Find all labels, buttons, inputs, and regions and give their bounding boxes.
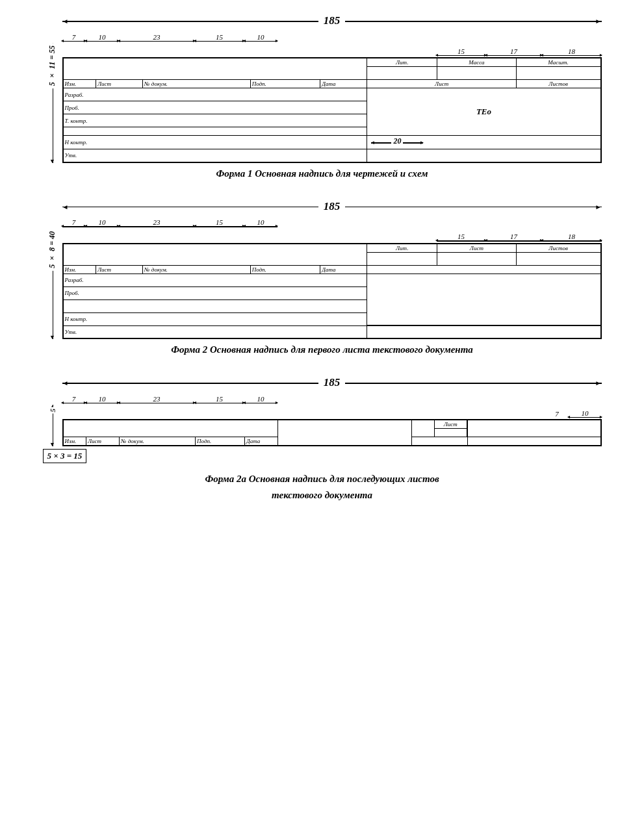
rsubdim-17: 17 bbox=[486, 48, 542, 57]
form2a-main-block: ▲ 5 ▼ 7 10 bbox=[43, 405, 602, 446]
f2-subdim-15: 15 bbox=[195, 219, 244, 227]
cell-list-label: Лист bbox=[367, 80, 516, 88]
form2-side-label: 5 × 8 = 40 bbox=[47, 229, 57, 271]
form1-main-block: ▲ 5 × 11 = 55 ▼ 15 17 bbox=[43, 43, 602, 163]
form2a-side-dim: ▲ 5 ▼ bbox=[43, 405, 62, 446]
f2-subdim-23: 23 bbox=[119, 219, 195, 227]
side-arr-bot: ▼ bbox=[49, 158, 55, 164]
table-row: Изм. Лист № докум. Подп. Дата Лист Листо… bbox=[63, 80, 601, 88]
form2-side-dim: ▲ 5 × 8 = 40 ▼ bbox=[43, 229, 62, 340]
form2a-table-area: 7 10 bbox=[62, 405, 602, 446]
f2-arrow-right-icon: ► bbox=[595, 203, 602, 210]
form1-top-dim-label: 185 bbox=[318, 14, 346, 27]
form2a-caption: Форма 2а Основная надпись для последующи… bbox=[205, 468, 439, 501]
f2-subdim-10: 10 bbox=[86, 219, 119, 227]
arrow-left-icon: ◄ bbox=[62, 18, 69, 25]
form2a-table: Лист Изм. Лист № докум. Подп. Дата bbox=[62, 419, 602, 446]
form1-side-dim: ▲ 5 × 11 = 55 ▼ bbox=[43, 43, 62, 163]
form1-drawing: ◄ 185 ► 7 10 23 bbox=[43, 13, 602, 163]
form2-top-dim: ◄ 185 ► bbox=[62, 199, 602, 214]
cell-podp: Подп. bbox=[250, 80, 320, 88]
subdim-7: 7 bbox=[62, 34, 86, 42]
cell-izm: Изм. bbox=[63, 80, 96, 88]
rsubdim-15-line bbox=[437, 55, 486, 57]
subdim-10b-line bbox=[244, 41, 277, 42]
form2-section: ◄ 185 ► 7 10 23 15 bbox=[23, 199, 621, 356]
form2-top-dim-label: 185 bbox=[318, 200, 346, 213]
form1-right-subdims: 15 17 18 bbox=[62, 43, 602, 56]
rsubdim-15: 15 bbox=[437, 48, 486, 57]
form2-drawing: ◄ 185 ► 7 10 23 15 bbox=[43, 199, 602, 340]
cell-massa-label: Масса bbox=[437, 58, 517, 67]
form2a-top-dim-label: 185 bbox=[318, 376, 346, 389]
form1-section: ◄ 185 ► 7 10 23 bbox=[23, 13, 621, 179]
subdim-15: 15 bbox=[195, 34, 244, 42]
cell-data: Дата bbox=[320, 80, 367, 88]
subdim-23-line bbox=[119, 41, 195, 42]
form2a-section: ◄ 185 ► 7 10 23 15 bbox=[23, 375, 621, 501]
cell-lit-label: Лит. bbox=[367, 58, 437, 67]
form2a-caption-line2: текстового документа bbox=[205, 490, 439, 501]
cell-nkontr: Н контр. bbox=[63, 136, 367, 149]
f2-arrow-left-icon: ◄ bbox=[62, 203, 69, 210]
subdim-10: 10 bbox=[86, 34, 119, 42]
subdim-10-line bbox=[86, 41, 119, 42]
form2a-right-subdims: 7 10 bbox=[62, 405, 602, 418]
rsubdim-17-line bbox=[486, 55, 542, 57]
subdim-7-line bbox=[62, 41, 86, 42]
subdim-10b: 10 bbox=[244, 34, 277, 42]
cell-20-dim: 20 ◄ ► bbox=[367, 136, 601, 149]
table-row: Изм. Лист № докум. Подп. Дата bbox=[63, 265, 601, 274]
form1-subdims: 7 10 23 15 bbox=[62, 29, 602, 42]
cell-teo: ТЕо bbox=[367, 88, 601, 136]
form2-subdims: 7 10 23 15 10 bbox=[62, 214, 602, 227]
rsubdim-18-line bbox=[542, 55, 602, 57]
cell-razrab: Разраб. bbox=[63, 88, 367, 101]
table-row: Утв. bbox=[63, 325, 601, 338]
table-row: Утв. bbox=[63, 149, 601, 162]
f2-subdim-10b: 10 bbox=[244, 219, 277, 227]
cell-tkontr: Т. контр. bbox=[63, 114, 367, 127]
f2-cell-lit: Лит. bbox=[367, 244, 437, 253]
form2-caption: Форма 2 Основная надпись для первого лис… bbox=[171, 344, 473, 355]
subdim-15-line bbox=[195, 41, 244, 42]
table-row: Лит. Масса Масшт. bbox=[63, 58, 601, 67]
form2a-bottom-dim: 5 × 3 = 15 bbox=[43, 449, 602, 463]
form2a-drawing: ◄ 185 ► 7 10 23 15 bbox=[43, 375, 602, 463]
arrow-right-icon: ► bbox=[595, 18, 602, 25]
cell-masshtab-label: Масшт. bbox=[516, 58, 600, 67]
f2-cell-list: Лист bbox=[437, 244, 517, 253]
form2a-caption-line1: Форма 2а Основная надпись для последующи… bbox=[205, 474, 439, 485]
cell-prob: Проб. bbox=[63, 101, 367, 114]
form2-table-area: 15 17 18 bbox=[62, 229, 602, 340]
subdim-23: 23 bbox=[119, 34, 195, 42]
table-row: Лит. Лист Листов bbox=[63, 244, 601, 253]
form1-caption: Форма 1 Основная надпись для чертежей и … bbox=[216, 168, 428, 179]
table-row: Лист bbox=[63, 420, 601, 429]
f2-cell-listov: Листов bbox=[516, 244, 600, 253]
form2a-top-dim: ◄ 185 ► bbox=[62, 375, 602, 390]
cell-listov-label: Листов bbox=[516, 80, 600, 88]
f2-subdim-7: 7 bbox=[62, 219, 86, 227]
table-row: Н контр. 20 ◄ ► bbox=[63, 136, 601, 149]
form2-right-subdims: 15 17 18 bbox=[62, 229, 602, 242]
form1-table-area: 15 17 18 bbox=[62, 43, 602, 163]
table-row: Разраб. ТЕо bbox=[63, 88, 601, 101]
cell-utv: Утв. bbox=[63, 149, 367, 162]
form1-table: Лит. Масса Масшт. Изм. Лист bbox=[62, 57, 602, 163]
f2a-cell-list-label: Лист bbox=[434, 420, 467, 429]
form1-side-label: 5 × 11 = 55 bbox=[47, 43, 57, 88]
form2a-subdims: 7 10 23 15 10 bbox=[62, 390, 602, 403]
table-row: Разраб. bbox=[63, 274, 601, 286]
cell-ndokum: № докум. bbox=[143, 80, 251, 88]
form2a-side-label: 5 bbox=[49, 407, 57, 414]
form1-top-dim: ◄ 185 ► bbox=[62, 13, 602, 29]
form2-main-block: ▲ 5 × 8 = 40 ▼ 15 17 bbox=[43, 229, 602, 340]
cell-list: Лист bbox=[96, 80, 142, 88]
form2a-side-dim-label: 5 × 3 = 15 bbox=[43, 449, 87, 463]
form2-table: Лит. Лист Листов Изм. Лист bbox=[62, 243, 602, 340]
page-container: ◄ 185 ► 7 10 23 bbox=[13, 13, 631, 501]
rsubdim-18: 18 bbox=[542, 48, 602, 57]
